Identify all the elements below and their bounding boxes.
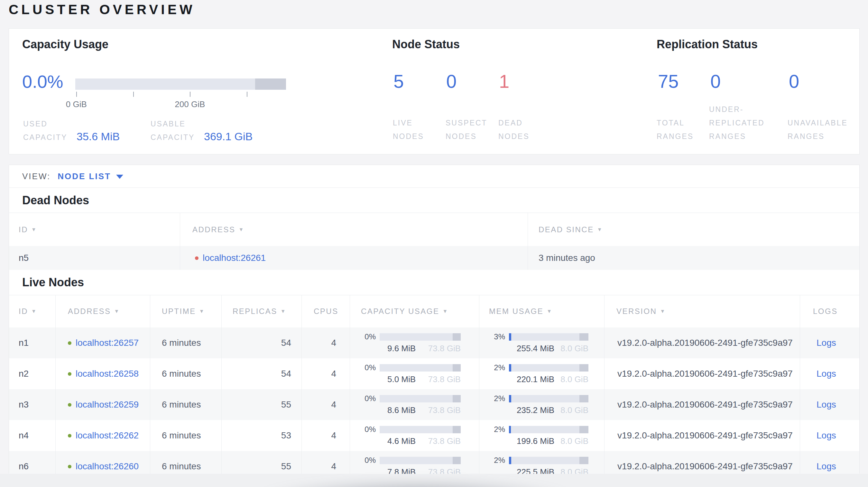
live-col-address[interactable]: ADDRESS ▼ [56, 295, 150, 327]
dead-col-address[interactable]: ADDRESS ▼ [180, 213, 528, 246]
usable-capacity-value: 369.1 GiB [204, 130, 253, 144]
total-ranges-count: 75 [658, 71, 679, 92]
mem-used-segment [509, 395, 511, 402]
under-replicated-label: UNDER-REPLICATED RANGES [709, 103, 775, 143]
live-nodes-table-header: ID ▼ ADDRESS ▼ UPTIME ▼ REPLICAS ▼ CPUS … [9, 295, 859, 327]
live-col-logs-label: LOGS [813, 307, 838, 316]
used-capacity-stat: USED CAPACITY 35.6 MiB [23, 121, 120, 144]
dead-node-address-link[interactable]: localhost:26261 [203, 253, 266, 263]
sort-caret-icon: ▼ [114, 309, 120, 314]
capacity-used-text: 4.6 MiB [388, 436, 416, 446]
dead-col-dead-since[interactable]: DEAD SINCE ▼ [528, 213, 860, 246]
live-node-capacity-cell: 0% 8.6 MiB 73.8 GiB [350, 389, 479, 420]
view-mode-dropdown[interactable]: NODE LIST [58, 171, 123, 182]
live-nodes-table-body: n1 localhost:26257 6 minutes 54 4 0% [9, 327, 859, 482]
live-node-cpus: 4 [302, 420, 350, 451]
live-node-address-link[interactable]: localhost:26259 [75, 399, 139, 410]
live-col-replicas[interactable]: REPLICAS ▼ [222, 295, 302, 327]
capacity-other-segment [453, 333, 461, 340]
mem-pct: 3% [490, 332, 505, 341]
used-capacity-value: 35.6 MiB [76, 130, 120, 144]
logs-link[interactable]: Logs [816, 338, 836, 348]
live-node-row: n1 localhost:26257 6 minutes 54 4 0% [9, 327, 859, 358]
axis-tick-label: 200 GiB [175, 99, 205, 109]
mem-used-text: 220.1 MiB [517, 375, 554, 384]
replication-status-heading: Replication Status [657, 38, 758, 51]
live-col-version-label: VERSION [616, 307, 657, 316]
live-col-version[interactable]: VERSION ▼ [604, 295, 800, 327]
node-status-heading: Node Status [392, 38, 460, 51]
live-col-id-label: ID [19, 307, 28, 316]
live-status-dot-icon [68, 434, 71, 437]
live-status-dot-icon [68, 372, 71, 376]
dead-col-id-label: ID [19, 225, 28, 234]
live-node-address-cell: localhost:26257 [56, 327, 150, 358]
logs-link[interactable]: Logs [816, 399, 836, 410]
mem-other-segment [580, 395, 588, 402]
live-node-address-cell: localhost:26262 [56, 420, 150, 451]
live-node-address-link[interactable]: localhost:26257 [75, 338, 139, 348]
live-col-capacity[interactable]: CAPACITY USAGE ▼ [350, 295, 479, 327]
capacity-other-segment [453, 395, 461, 402]
sort-caret-icon: ▼ [597, 227, 603, 233]
mem-used-text: 235.2 MiB [517, 405, 554, 415]
mem-pct: 2% [490, 394, 505, 403]
view-bar: VIEW: NODE LIST [9, 165, 859, 188]
live-col-uptime[interactable]: UPTIME ▼ [150, 295, 222, 327]
capacity-other-segment [453, 457, 461, 464]
capacity-percent: 0.0% [22, 71, 63, 92]
cluster-summary-card: Capacity Usage 0.0% 0 GiB 200 GiB USED C… [9, 28, 860, 154]
chevron-down-icon [116, 175, 123, 179]
live-node-replicas: 54 [222, 327, 302, 358]
live-status-dot-icon [68, 465, 71, 468]
live-col-mem[interactable]: MEM USAGE ▼ [479, 295, 604, 327]
live-node-address-link[interactable]: localhost:26260 [75, 461, 139, 472]
live-node-row: n4 localhost:26262 6 minutes 53 4 0% [9, 420, 859, 451]
live-node-uptime: 6 minutes [150, 420, 222, 451]
live-col-capacity-label: CAPACITY USAGE [361, 307, 439, 316]
live-status-dot-icon [68, 341, 71, 345]
live-node-uptime: 6 minutes [150, 389, 222, 420]
live-col-cpus[interactable]: CPUS [302, 295, 350, 327]
capacity-pct: 0% [361, 394, 376, 403]
logs-link[interactable]: Logs [816, 369, 836, 379]
live-node-replicas: 55 [222, 389, 302, 420]
capacity-cell-bar [380, 426, 461, 433]
logs-link[interactable]: Logs [816, 430, 836, 441]
live-node-logs-cell: Logs [800, 389, 860, 420]
dead-col-dead-since-label: DEAD SINCE [538, 225, 594, 234]
live-node-address-link[interactable]: localhost:26258 [75, 369, 139, 379]
dead-nodes-label: DEAD NODES [498, 116, 547, 143]
node-status-values: 5 0 1 [394, 70, 552, 92]
dead-node-row: n5 localhost:26261 3 minutes ago [9, 246, 859, 270]
dead-node-id: n5 [9, 246, 180, 270]
capacity-usage-bar: 0 GiB 200 GiB [75, 78, 286, 111]
total-ranges-label: TOTAL RANGES [657, 116, 709, 143]
mem-cell-bar [509, 426, 588, 433]
live-node-replicas: 54 [222, 358, 302, 389]
sort-caret-icon: ▼ [281, 309, 286, 314]
live-node-mem-cell: 3% 255.4 MiB 8.0 GiB [479, 327, 604, 358]
capacity-pct: 0% [361, 332, 376, 341]
usable-capacity-stat: USABLE CAPACITY 369.1 GiB [151, 121, 253, 144]
logs-link[interactable]: Logs [816, 461, 836, 472]
mem-other-segment [580, 333, 588, 340]
live-node-row: n3 localhost:26259 6 minutes 55 4 0% [9, 389, 859, 420]
mem-used-segment [509, 457, 511, 464]
capacity-used-text: 8.6 MiB [388, 405, 416, 415]
live-col-cpus-label: CPUS [314, 307, 338, 316]
mem-other-segment [580, 426, 588, 433]
live-node-version: v19.2.0-alpha.20190606-2491-gfe735c9a97 [604, 327, 800, 358]
mem-pct: 2% [490, 363, 505, 372]
sort-caret-icon: ▼ [547, 309, 552, 314]
dead-nodes-heading: Dead Nodes [22, 194, 89, 207]
sort-caret-icon: ▼ [31, 227, 37, 233]
sort-caret-icon: ▼ [199, 309, 205, 314]
live-col-id[interactable]: ID ▼ [9, 295, 56, 327]
axis-tick-label: 0 GiB [66, 99, 87, 109]
dead-col-id[interactable]: ID ▼ [9, 213, 180, 246]
mem-other-segment [580, 457, 588, 464]
live-col-logs: LOGS [800, 295, 860, 327]
capacity-pct: 0% [361, 425, 376, 434]
live-node-address-link[interactable]: localhost:26262 [75, 430, 139, 441]
